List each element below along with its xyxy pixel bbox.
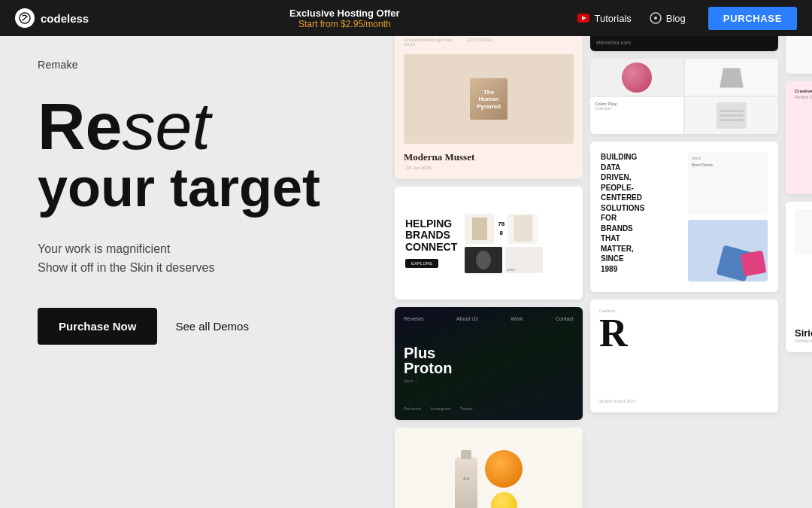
demo-card-dark-top[interactable]: elementor.com	[590, 36, 778, 51]
hero-title-line2: your target	[38, 160, 353, 217]
demos-column-3: engaging customers, generating growth, s…	[786, 36, 812, 352]
logo-icon	[15, 8, 35, 28]
wordpress-icon	[650, 12, 662, 24]
demo-card-products[interactable]: Color Play Collection	[590, 59, 778, 134]
demo-card-building[interactable]: BUILDINGDATADRIVEN,PEOPLE-CENTEREDSOLUTI…	[590, 141, 778, 292]
blog-link[interactable]: Blog	[650, 12, 686, 24]
right-panel: Stockholmdesign lab2020 EDITORIAL The Hu…	[391, 36, 812, 508]
demos-column-1: Stockholmdesign lab2020 EDITORIAL The Hu…	[395, 36, 583, 508]
blog-label: Blog	[666, 13, 686, 24]
logo[interactable]: codeless	[15, 8, 89, 28]
demo-card-helping[interactable]: HELPINGBRANDSCONNECT EXPLORE 78 8	[395, 187, 583, 300]
demos-scroll-wrapper: Stockholmdesign lab2020 EDITORIAL The Hu…	[391, 36, 812, 508]
demo-card-moderna[interactable]: Stockholmdesign lab2020 EDITORIAL The Hu…	[395, 36, 583, 179]
svg-point-4	[654, 17, 657, 20]
remake-label: Remake	[38, 59, 353, 71]
title-bold-part: Re	[38, 89, 123, 163]
hero-description: Your work is magnificient Show it off in…	[38, 239, 353, 278]
left-panel: Remake Reset your target Your work is ma…	[0, 36, 391, 508]
title-italic-part: set	[123, 89, 211, 163]
tutorials-label: Tutorials	[594, 13, 631, 24]
navbar: codeless Exclusive Hosting Offer Start f…	[0, 0, 812, 36]
hosting-title: Exclusive Hosting Offer	[289, 8, 400, 19]
nav-links: Tutorials Blog	[577, 12, 685, 24]
demo-card-small-text[interactable]: engaging customers, generating growth, s…	[786, 36, 812, 74]
demo-card-sirio[interactable]: Sirio Berata Architecture Studio ↗	[786, 202, 812, 352]
demo-card-r-brand[interactable]: Fashion R Studio brand 2021	[590, 300, 778, 412]
demo-card-cosmetics[interactable]: A:ii	[395, 427, 583, 508]
demos-column-2: elementor.com Color Play Co	[590, 36, 778, 412]
hosting-offer: Exclusive Hosting Offer Start from $2.95…	[111, 8, 577, 29]
desc-line2: Show it off in the Skin it deserves	[38, 258, 353, 278]
demo-card-proton[interactable]: Reviews About Us Work Contact PlusProton…	[395, 307, 583, 420]
hero-buttons: Purchase Now See all Demos	[38, 308, 353, 345]
demo-card-pink-geo[interactable]: Creative Agency Portfolio 2021	[786, 81, 812, 194]
purchase-main-button[interactable]: Purchase Now	[38, 308, 157, 345]
hosting-price: Start from $2.95/month	[298, 19, 391, 29]
main-content: Remake Reset your target Your work is ma…	[0, 36, 812, 508]
hero-title-line1: Reset	[38, 93, 353, 160]
desc-line1: Your work is magnificient	[38, 239, 353, 259]
youtube-icon	[577, 12, 589, 24]
purchase-nav-button[interactable]: PURCHASE	[708, 7, 797, 30]
hero-title-block: Reset your target	[38, 93, 353, 239]
logo-text: codeless	[41, 12, 89, 25]
tutorials-link[interactable]: Tutorials	[577, 12, 631, 24]
see-demos-button[interactable]: See all Demos	[175, 320, 249, 333]
